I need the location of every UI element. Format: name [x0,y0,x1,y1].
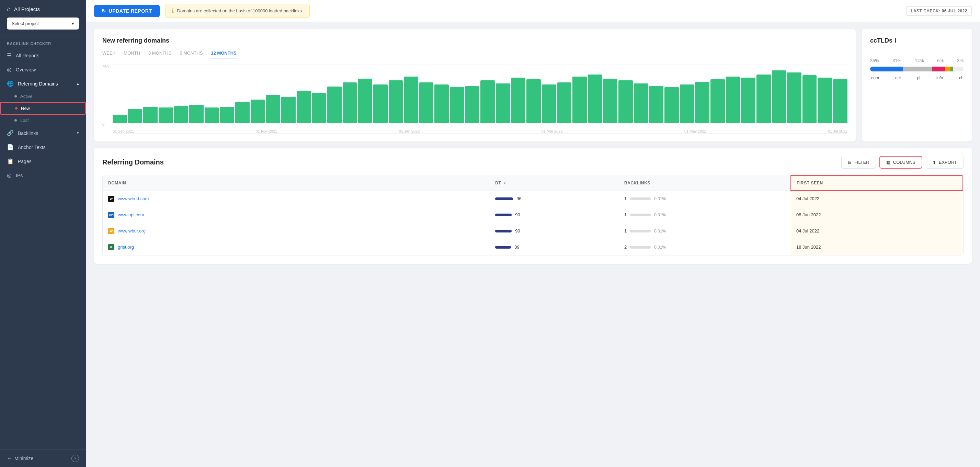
sidebar: ⌂ All Projects Select project ▾ BACKLINK… [0,0,86,467]
help-button[interactable]: ? [72,454,79,462]
referring-domains-card: Referring Domains ⊟ FILTER ▦ COLUMNS ⬆ E… [94,148,972,264]
sidebar-item-overview[interactable]: ◎ Overview [0,62,86,76]
dot-icon [14,95,17,97]
chart-tab-6months[interactable]: 6 MONTHS [180,51,203,59]
chart-bar [373,84,388,123]
domain-link[interactable]: grist.org [118,245,134,249]
sidebar-item-pages[interactable]: 📋 Pages [0,154,86,168]
sidebar-item-anchor-texts[interactable]: 📄 Anchor Texts [0,140,86,154]
first-seen-value: 04 Jul 2022 [796,228,819,234]
bl-cell: 2 0.01% [624,245,785,249]
sidebar-item-all-projects[interactable]: ⌂ All Projects [7,5,79,13]
chart-tab-12months[interactable]: 12 MONTHS [211,51,236,59]
chart-bar [665,87,679,123]
sidebar-sub-item-new[interactable]: New [0,102,86,115]
x-label-2: 01 Jan 2022 [399,129,420,133]
sidebar-sub-item-active[interactable]: Active [0,91,86,102]
chevron-down-icon: ▾ [77,131,79,135]
chart-bar [787,73,802,123]
chart-bar [634,83,648,123]
sidebar-item-backlinks[interactable]: 🔗 Backlinks ▾ [0,126,86,140]
overview-icon: ◎ [7,66,12,73]
td-first-seen: 18 Jun 2022 [791,239,963,255]
th-backlinks: BACKLINKS [619,175,791,191]
first-seen-value: 18 Jun 2022 [796,245,821,249]
domain-cell: W www.wbur.org [108,228,484,234]
sidebar-item-label: Pages [18,159,32,164]
chart-bar [266,95,280,123]
cctlds-card: ccTLDs i 35% 31% 14% 6% 3% [862,29,972,141]
export-icon: ⬆ [932,160,936,165]
chart-bar [312,93,326,123]
th-dt[interactable]: DT ▾ [490,175,619,191]
dt-cell: 90 [495,228,613,234]
chart-bar [128,109,143,123]
chart-info-icon[interactable]: i [171,38,172,43]
dt-bar [495,230,512,232]
minimize-button[interactable]: ← Minimize [7,456,33,461]
chart-bar [434,84,449,123]
domain-link[interactable]: www.wired.com [118,196,149,201]
th-domain: DOMAIN [103,175,490,191]
cctld-bar-track [870,67,964,71]
referring-domains-title: Referring Domains [102,158,164,166]
chart-bar [189,105,204,123]
domain-link[interactable]: www.upi.com [118,212,144,218]
sidebar-sub-label: Active [20,94,32,99]
cctlds-title: ccTLDs i [870,37,964,44]
chart-bar [557,83,572,123]
chart-y-max: 250 [102,65,108,69]
chart-tab-3months[interactable]: 3 MONTHS [148,51,171,59]
chart-tab-month[interactable]: MONTH [124,51,140,59]
cctlds-info-icon[interactable]: i [894,37,896,44]
chart-bar [480,80,495,123]
info-icon: ℹ [172,8,174,14]
export-button[interactable]: ⬆ EXPORT [926,156,964,168]
td-backlinks: 1 0.01% [619,223,791,239]
chart-title: New referring domains i [102,37,848,44]
update-report-button[interactable]: ↻ UPDATE REPORT [94,5,160,17]
table-row: W www.wired.com 96 1 0.01% 04 Jul 2022 [103,191,963,207]
dt-bar [495,197,513,200]
sidebar-sub-item-lost[interactable]: Lost [0,115,86,126]
td-domain: W www.wired.com [103,191,490,207]
chart-bar [695,82,710,123]
x-label-5: 01 Jul 2022 [828,129,848,133]
export-label: EXPORT [939,160,957,165]
favicon: UPI [108,212,115,218]
notice-text: Domains are collected on the basis of 10… [177,8,303,13]
x-label-4: 01 May 2022 [684,129,706,133]
chart-tabs: WEEK MONTH 3 MONTHS 6 MONTHS 12 MONTHS [102,51,848,59]
chart-bar [511,78,526,123]
sidebar-item-all-reports[interactable]: ☰ All Reports [0,48,86,62]
filter-button[interactable]: ⊟ FILTER [841,156,876,168]
cctld-name-ch: .ch [958,76,964,80]
chart-bar [833,79,848,123]
chart-tab-week[interactable]: WEEK [102,51,115,59]
project-select[interactable]: Select project ▾ [7,17,79,30]
favicon: W [108,196,115,202]
bl-bar [630,246,651,249]
cctld-pct-ch: 3% [957,58,964,63]
ip-icon: ◎ [7,172,12,179]
cctld-segment-pl [932,67,945,71]
td-backlinks: 2 0.01% [619,239,791,255]
chart-bar [419,83,434,123]
dt-value: 90 [515,212,520,218]
bl-value: 2 [624,245,627,249]
sidebar-item-referring-domains[interactable]: 🌐 Referring Domains ▴ [0,76,86,91]
chart-gridline-bot [113,133,848,133]
domains-table: DOMAIN DT ▾ BACKLINKS FIRST SEEN [103,175,963,255]
sidebar-item-label: Overview [16,67,36,73]
domain-link[interactable]: www.wbur.org [118,228,146,234]
sidebar-item-ips[interactable]: ◎ IPs [0,168,86,182]
sidebar-sub-label: New [21,106,30,111]
td-dt: 89 [490,239,619,255]
td-dt: 90 [490,207,619,223]
x-label-1: 01 Nov 2021 [256,129,277,133]
bl-pct: 0.01% [654,229,666,234]
chart-bar [220,107,234,123]
columns-button[interactable]: ▦ COLUMNS [880,156,922,168]
chart-bar [527,79,541,123]
chart-bar [772,70,786,123]
